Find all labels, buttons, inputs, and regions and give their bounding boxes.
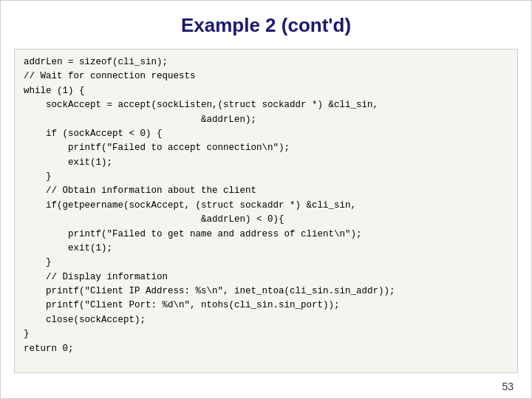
code-container: addrLen = sizeof(cli_sin); // Wait for c… xyxy=(14,49,518,373)
slide-title: Example 2 (cont'd) xyxy=(1,1,531,44)
slide-footer: 53 xyxy=(1,378,531,398)
slide: Example 2 (cont'd) addrLen = sizeof(cli_… xyxy=(0,0,532,399)
page-number: 53 xyxy=(502,381,514,392)
code-block: addrLen = sizeof(cli_sin); // Wait for c… xyxy=(24,55,508,356)
